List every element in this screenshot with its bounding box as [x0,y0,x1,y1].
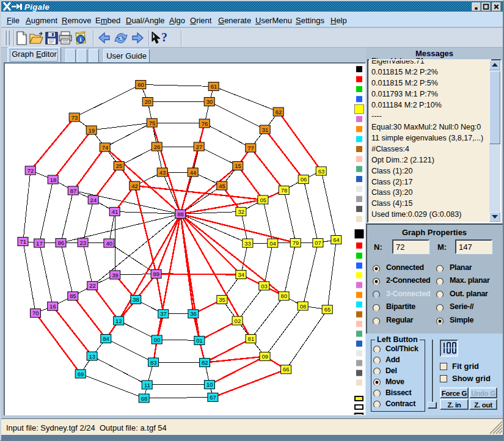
svg-text:07: 07 [315,239,321,246]
svg-text:02: 02 [235,318,241,324]
svg-text:25: 25 [116,162,123,169]
svg-text:01: 01 [196,337,203,344]
svg-text:83: 83 [150,359,157,366]
svg-text:20: 20 [145,98,152,105]
svg-text:37: 37 [160,310,167,317]
svg-text:16: 16 [49,303,56,310]
svg-text:68: 68 [141,395,148,402]
svg-text:79: 79 [293,239,299,246]
svg-text:45: 45 [219,183,225,189]
svg-text:00: 00 [154,337,161,343]
svg-text:62: 62 [276,109,282,115]
svg-text:34: 34 [238,271,244,278]
svg-text:67: 67 [210,394,216,401]
svg-text:33: 33 [244,240,251,247]
svg-text:06: 06 [301,176,307,183]
svg-text:85: 85 [70,293,76,299]
svg-text:42: 42 [131,183,138,189]
svg-text:03: 03 [261,283,268,290]
svg-text:80: 80 [281,293,288,299]
svg-text:04: 04 [269,240,276,247]
svg-text:38: 38 [133,296,139,303]
svg-text:36: 36 [190,310,197,317]
svg-text:23: 23 [80,239,87,246]
svg-text:66: 66 [283,366,290,373]
svg-text:75: 75 [149,120,156,126]
svg-text:40: 40 [106,240,112,247]
svg-text:15: 15 [235,162,241,169]
svg-text:08: 08 [300,303,307,310]
svg-text:87: 87 [70,188,77,194]
svg-text:88: 88 [177,211,184,217]
svg-text:18: 18 [50,177,57,183]
svg-text:?: ? [161,31,167,44]
svg-text:69: 69 [78,371,84,377]
svg-text:27: 27 [196,144,203,150]
svg-text:43: 43 [159,169,166,176]
svg-text:77: 77 [247,145,254,151]
svg-text:63: 63 [318,168,325,175]
svg-text:10: 10 [206,381,213,388]
svg-text:12: 12 [115,318,122,324]
svg-text:17: 17 [36,240,43,247]
svg-text:13: 13 [89,353,96,360]
svg-text:64: 64 [333,236,340,243]
svg-text:82: 82 [202,359,208,366]
svg-text:65: 65 [324,306,331,313]
svg-text:31: 31 [262,126,269,133]
svg-text:84: 84 [103,335,109,342]
svg-text:72: 72 [27,167,34,174]
svg-text:73: 73 [71,114,78,121]
svg-text:i: i [80,36,82,43]
svg-text:71: 71 [20,238,27,245]
svg-text:11: 11 [144,382,150,388]
svg-text:70: 70 [32,310,39,316]
svg-text:81: 81 [248,335,255,342]
svg-text:76: 76 [202,120,208,127]
svg-text:78: 78 [281,187,288,194]
svg-text:61: 61 [211,83,217,90]
svg-text:09: 09 [262,353,269,360]
svg-text:60: 60 [137,81,144,88]
svg-text:89: 89 [153,271,160,277]
svg-text:19: 19 [89,127,95,134]
svg-text:74: 74 [102,144,109,151]
svg-text:35: 35 [219,296,225,303]
svg-text:39: 39 [112,272,119,279]
svg-text:26: 26 [154,144,161,150]
svg-text:41: 41 [112,208,119,215]
svg-text:86: 86 [57,239,64,246]
svg-text:22: 22 [89,282,96,289]
svg-text:05: 05 [260,197,266,203]
svg-text:30: 30 [206,98,213,105]
svg-text:32: 32 [238,208,244,215]
svg-text:24: 24 [90,197,97,203]
svg-text:44: 44 [190,169,197,176]
